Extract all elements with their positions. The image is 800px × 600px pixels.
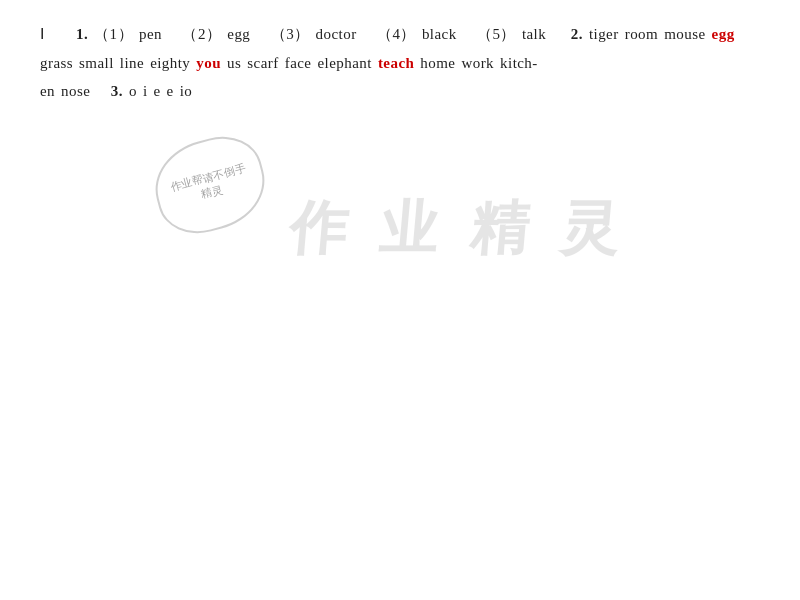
word-teach: teach — [378, 49, 414, 78]
word-en: en — [40, 77, 55, 106]
item-3-2: i — [143, 77, 148, 106]
part2-label: 2. — [571, 20, 583, 49]
text-block: Ⅰ 1. （1）pen （2）egg （3）doctor （4）black （5… — [40, 20, 760, 106]
item-5-word: talk — [522, 20, 546, 49]
word-nose: nose — [61, 77, 90, 106]
word-scarf: scarf — [247, 49, 278, 78]
word-tiger: tiger — [589, 20, 619, 49]
part1-label: 1. — [76, 20, 88, 49]
item-4-word: black — [422, 20, 457, 49]
part3-label: 3. — [111, 77, 123, 106]
word-face: face — [285, 49, 312, 78]
stamp: 作业帮请不倒手精灵 — [145, 127, 275, 242]
word-line: line — [120, 49, 144, 78]
section-label: Ⅰ — [40, 20, 70, 49]
item-3-num: （3） — [271, 20, 310, 49]
stamp-text: 作业帮请不倒手精灵 — [169, 160, 251, 210]
watermark-chinese: 作 业 精 灵 — [287, 190, 630, 268]
word-egg-red: egg — [712, 20, 735, 49]
word-eighty: eighty — [150, 49, 190, 78]
word-mouse: mouse — [664, 20, 705, 49]
item-3-5: io — [180, 77, 193, 106]
word-you: you — [196, 49, 221, 78]
item-3-4: e — [167, 77, 174, 106]
line-1: Ⅰ 1. （1）pen （2）egg （3）doctor （4）black （5… — [40, 20, 760, 49]
line-2: grass small line eighty you us scarf fac… — [40, 49, 760, 78]
word-us: us — [227, 49, 241, 78]
word-home: home — [420, 49, 455, 78]
item-3-3: e — [154, 77, 161, 106]
word-grass: grass — [40, 49, 73, 78]
word-elephant: elephant — [317, 49, 371, 78]
word-small: small — [79, 49, 114, 78]
item-5-num: （5） — [477, 20, 516, 49]
item-1-num: （1） — [94, 20, 133, 49]
item-1-word: pen — [139, 20, 162, 49]
word-kitchen-hyphen: kitch- — [500, 49, 538, 78]
item-2-word: egg — [227, 20, 250, 49]
item-3-word: doctor — [316, 20, 357, 49]
item-2-num: （2） — [182, 20, 221, 49]
word-work: work — [461, 49, 494, 78]
line-3: en nose 3. o i e e io — [40, 77, 760, 106]
item-4-num: （4） — [377, 20, 416, 49]
word-room: room — [625, 20, 658, 49]
content-area: Ⅰ 1. （1）pen （2）egg （3）doctor （4）black （5… — [0, 0, 800, 126]
item-3-1: o — [129, 77, 137, 106]
